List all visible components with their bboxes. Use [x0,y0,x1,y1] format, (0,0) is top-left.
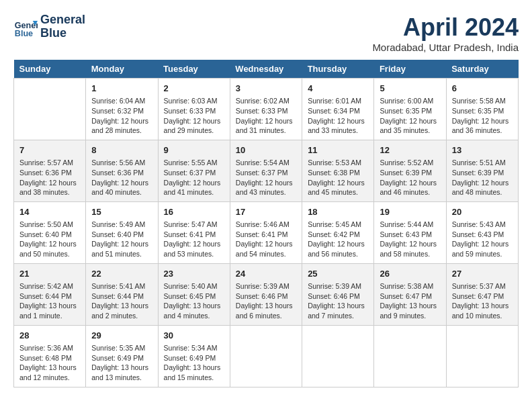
day-info: Sunrise: 5:58 AM Sunset: 6:35 PM Dayligh… [452,96,513,136]
day-info: Sunrise: 5:38 AM Sunset: 6:47 PM Dayligh… [380,281,440,321]
day-info: Sunrise: 5:44 AM Sunset: 6:43 PM Dayligh… [380,220,440,259]
header-cell-sunday: Sunday [14,60,86,79]
day-info: Sunrise: 5:49 AM Sunset: 6:40 PM Dayligh… [91,220,152,259]
day-info: Sunrise: 5:55 AM Sunset: 6:37 PM Dayligh… [164,158,224,197]
header-cell-tuesday: Tuesday [158,60,230,79]
day-number: 16 [164,206,224,218]
day-info: Sunrise: 5:52 AM Sunset: 6:39 PM Dayligh… [380,158,440,197]
calendar-cell: 17Sunrise: 5:46 AM Sunset: 6:41 PM Dayli… [230,201,302,263]
day-number: 14 [19,206,80,218]
calendar-cell: 4Sunrise: 6:01 AM Sunset: 6:34 PM Daylig… [302,79,374,140]
day-info: Sunrise: 5:37 AM Sunset: 6:47 PM Dayligh… [452,281,513,321]
day-number: 11 [308,144,368,156]
day-number: 17 [236,206,296,218]
calendar-cell: 19Sunrise: 5:44 AM Sunset: 6:43 PM Dayli… [374,201,446,263]
day-info: Sunrise: 5:40 AM Sunset: 6:45 PM Dayligh… [164,281,224,321]
day-info: Sunrise: 5:45 AM Sunset: 6:42 PM Dayligh… [308,220,368,259]
day-number: 21 [19,268,80,280]
day-info: Sunrise: 5:39 AM Sunset: 6:46 PM Dayligh… [236,281,296,321]
calendar-cell [374,325,446,387]
day-number: 10 [236,144,296,156]
calendar-cell: 7Sunrise: 5:57 AM Sunset: 6:36 PM Daylig… [14,140,86,201]
day-info: Sunrise: 5:50 AM Sunset: 6:40 PM Dayligh… [19,220,80,259]
calendar-cell: 21Sunrise: 5:42 AM Sunset: 6:44 PM Dayli… [14,263,86,325]
header-row: SundayMondayTuesdayWednesdayThursdayFrid… [14,60,519,79]
header-cell-wednesday: Wednesday [230,60,302,79]
day-number: 4 [308,83,368,95]
calendar-cell: 5Sunrise: 6:00 AM Sunset: 6:35 PM Daylig… [374,79,446,140]
calendar-cell: 26Sunrise: 5:38 AM Sunset: 6:47 PM Dayli… [374,263,446,325]
day-number: 15 [91,206,152,218]
day-number: 19 [380,206,440,218]
day-number: 18 [308,206,368,218]
calendar-cell: 16Sunrise: 5:47 AM Sunset: 6:41 PM Dayli… [158,201,230,263]
calendar-cell: 29Sunrise: 5:35 AM Sunset: 6:49 PM Dayli… [86,325,158,387]
calendar-cell: 23Sunrise: 5:40 AM Sunset: 6:45 PM Dayli… [158,263,230,325]
location-subtitle: Moradabad, Uttar Pradesh, India [372,42,519,53]
day-number: 27 [452,268,513,280]
calendar-cell: 3Sunrise: 6:02 AM Sunset: 6:33 PM Daylig… [230,79,302,140]
calendar-week-2: 7Sunrise: 5:57 AM Sunset: 6:36 PM Daylig… [14,140,519,201]
calendar-cell: 1Sunrise: 6:04 AM Sunset: 6:32 PM Daylig… [86,79,158,140]
day-number: 30 [164,330,224,342]
page-header: General Blue General Blue April 2024 Mor… [13,13,519,53]
calendar-cell [446,325,518,387]
header-cell-friday: Friday [374,60,446,79]
calendar-cell: 24Sunrise: 5:39 AM Sunset: 6:46 PM Dayli… [230,263,302,325]
calendar-cell: 28Sunrise: 5:36 AM Sunset: 6:48 PM Dayli… [14,325,86,387]
day-number: 2 [164,83,224,95]
day-number: 8 [91,144,152,156]
calendar-week-4: 21Sunrise: 5:42 AM Sunset: 6:44 PM Dayli… [14,263,519,325]
day-number: 26 [380,268,440,280]
day-number: 22 [91,268,152,280]
calendar-cell [302,325,374,387]
title-block: April 2024 Moradabad, Uttar Pradesh, Ind… [372,13,519,53]
day-number: 9 [164,144,224,156]
day-info: Sunrise: 5:39 AM Sunset: 6:46 PM Dayligh… [308,281,368,321]
day-number: 5 [380,83,440,95]
calendar-week-5: 28Sunrise: 5:36 AM Sunset: 6:48 PM Dayli… [14,325,519,387]
day-info: Sunrise: 6:02 AM Sunset: 6:33 PM Dayligh… [236,96,296,136]
calendar-cell: 13Sunrise: 5:51 AM Sunset: 6:39 PM Dayli… [446,140,518,201]
day-info: Sunrise: 5:43 AM Sunset: 6:43 PM Dayligh… [452,220,513,259]
day-info: Sunrise: 5:41 AM Sunset: 6:44 PM Dayligh… [91,281,152,321]
day-number: 28 [19,330,80,342]
day-number: 25 [308,268,368,280]
calendar-cell: 12Sunrise: 5:52 AM Sunset: 6:39 PM Dayli… [374,140,446,201]
header-cell-thursday: Thursday [302,60,374,79]
calendar-cell: 9Sunrise: 5:55 AM Sunset: 6:37 PM Daylig… [158,140,230,201]
calendar-cell [14,79,86,140]
day-info: Sunrise: 5:54 AM Sunset: 6:37 PM Dayligh… [236,158,296,197]
calendar-week-3: 14Sunrise: 5:50 AM Sunset: 6:40 PM Dayli… [14,201,519,263]
month-year-title: April 2024 [372,13,519,42]
calendar-cell: 6Sunrise: 5:58 AM Sunset: 6:35 PM Daylig… [446,79,518,140]
day-info: Sunrise: 5:35 AM Sunset: 6:49 PM Dayligh… [91,343,152,383]
day-number: 12 [380,144,440,156]
day-number: 3 [236,83,296,95]
calendar-cell: 14Sunrise: 5:50 AM Sunset: 6:40 PM Dayli… [14,201,86,263]
day-number: 6 [452,83,513,95]
day-info: Sunrise: 5:56 AM Sunset: 6:36 PM Dayligh… [91,158,152,197]
day-info: Sunrise: 5:47 AM Sunset: 6:41 PM Dayligh… [164,220,224,259]
calendar-table: SundayMondayTuesdayWednesdayThursdayFrid… [13,60,519,387]
calendar-cell: 2Sunrise: 6:03 AM Sunset: 6:33 PM Daylig… [158,79,230,140]
day-info: Sunrise: 6:01 AM Sunset: 6:34 PM Dayligh… [308,96,368,136]
calendar-cell: 11Sunrise: 5:53 AM Sunset: 6:38 PM Dayli… [302,140,374,201]
calendar-cell: 15Sunrise: 5:49 AM Sunset: 6:40 PM Dayli… [86,201,158,263]
day-info: Sunrise: 5:57 AM Sunset: 6:36 PM Dayligh… [19,158,80,197]
day-info: Sunrise: 5:36 AM Sunset: 6:48 PM Dayligh… [19,343,80,383]
svg-text:Blue: Blue [15,29,33,38]
day-info: Sunrise: 5:34 AM Sunset: 6:49 PM Dayligh… [164,343,224,383]
day-info: Sunrise: 5:46 AM Sunset: 6:41 PM Dayligh… [236,220,296,259]
day-info: Sunrise: 5:53 AM Sunset: 6:38 PM Dayligh… [308,158,368,197]
day-number: 1 [91,83,152,95]
header-cell-saturday: Saturday [446,60,518,79]
calendar-cell: 18Sunrise: 5:45 AM Sunset: 6:42 PM Dayli… [302,201,374,263]
calendar-cell [230,325,302,387]
calendar-cell: 30Sunrise: 5:34 AM Sunset: 6:49 PM Dayli… [158,325,230,387]
logo: General Blue General Blue [13,13,85,40]
calendar-cell: 22Sunrise: 5:41 AM Sunset: 6:44 PM Dayli… [86,263,158,325]
day-number: 23 [164,268,224,280]
calendar-cell: 20Sunrise: 5:43 AM Sunset: 6:43 PM Dayli… [446,201,518,263]
day-number: 20 [452,206,513,218]
